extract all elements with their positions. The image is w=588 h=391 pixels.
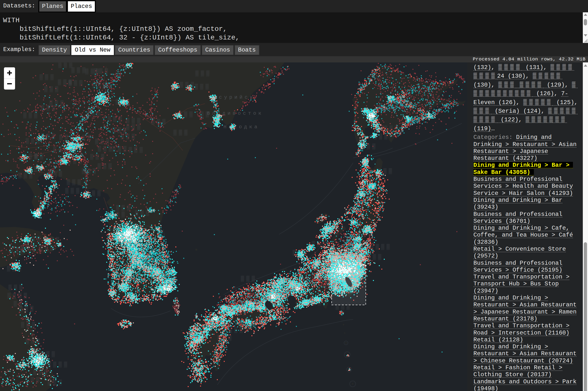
svg-text:▒▒▒▒: ▒▒▒▒	[189, 84, 211, 90]
svg-text:▒▒▒▒: ▒▒▒▒	[48, 361, 69, 368]
svg-text:▒▒▒: ▒▒▒	[68, 80, 85, 86]
svg-text:▒▒▒: ▒▒▒	[71, 67, 88, 74]
svg-text:▒▒▒: ▒▒▒	[21, 245, 38, 251]
svg-text:▒▒▒: ▒▒▒	[126, 118, 143, 124]
svg-text:▒▒▒: ▒▒▒	[65, 188, 82, 194]
svg-text:▒▒▒: ▒▒▒	[19, 306, 35, 312]
svg-text:▒▒▒: ▒▒▒	[18, 173, 35, 179]
svg-text:▒▒▒: ▒▒▒	[173, 129, 190, 136]
svg-text:▒▒▒: ▒▒▒	[229, 327, 245, 333]
svg-text:▒▒▒: ▒▒▒	[8, 285, 25, 291]
svg-text:▒▒▒: ▒▒▒	[98, 146, 114, 152]
svg-text:▒▒▒: ▒▒▒	[151, 119, 168, 125]
svg-text:▒▒▒: ▒▒▒	[67, 179, 83, 186]
svg-text:▒▒▒: ▒▒▒	[23, 112, 39, 119]
svg-text:▒▒▒: ▒▒▒	[39, 74, 56, 81]
svg-text:▒▒▒▒: ▒▒▒▒	[7, 293, 29, 299]
svg-text:▒▒▒: ▒▒▒	[241, 276, 257, 282]
svg-text:▒▒▒: ▒▒▒	[129, 147, 145, 153]
svg-text:▒▒: ▒▒	[35, 153, 45, 160]
svg-text:▒▒▒: ▒▒▒	[44, 86, 60, 93]
svg-text:▒▒▒: ▒▒▒	[126, 124, 143, 130]
svg-text:▒▒▒: ▒▒▒	[90, 154, 106, 160]
svg-text:Находка: Находка	[223, 124, 260, 130]
svg-text:▒▒▒: ▒▒▒	[195, 70, 212, 77]
svg-text:▒▒▒: ▒▒▒	[112, 146, 129, 152]
